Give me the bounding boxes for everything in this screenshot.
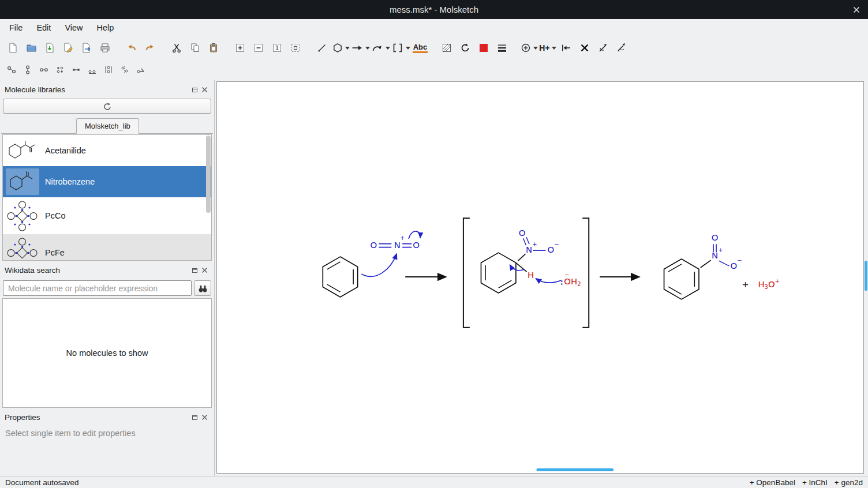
- rotate-icon: [459, 42, 471, 54]
- menu-help[interactable]: Help: [90, 21, 121, 35]
- nitronium-ion[interactable]: O N + O: [370, 235, 420, 250]
- library-item-nitrobenzene[interactable]: Nitrobenzene: [3, 166, 211, 197]
- refresh-icon: [102, 101, 113, 111]
- group-button[interactable]: [53, 62, 68, 77]
- open-file-button[interactable]: [23, 39, 40, 57]
- redo-button[interactable]: [141, 39, 159, 57]
- line-width-button[interactable]: [493, 39, 511, 57]
- library-list-scrollbar[interactable]: [206, 136, 211, 213]
- wikidata-close-button[interactable]: [200, 266, 209, 275]
- charge-plus: +: [400, 235, 405, 241]
- atom-n[interactable]: N: [394, 240, 401, 250]
- atom-o[interactable]: O: [731, 261, 738, 271]
- atom-o[interactable]: O: [413, 240, 420, 250]
- arenium-intermediate[interactable]: N + O O − H − OH2: [481, 228, 581, 293]
- properties-float-button[interactable]: [190, 413, 200, 422]
- wikidata-search-button[interactable]: [194, 280, 211, 296]
- arrow-tool-button[interactable]: [351, 39, 370, 57]
- window-close-button[interactable]: [851, 4, 862, 16]
- canvas-horizontal-scrollbar[interactable]: [537, 468, 614, 471]
- library-list[interactable]: Acetanilide Nitrobenzene: [2, 134, 212, 261]
- print-button[interactable]: [96, 39, 114, 57]
- angle-button[interactable]: [133, 62, 148, 77]
- mechanism-arrows-step2[interactable]: [510, 265, 562, 283]
- undo-button[interactable]: [123, 39, 140, 57]
- distribute-button[interactable]: [101, 62, 116, 77]
- close-icon: [201, 87, 208, 93]
- curved-arrow-tool-button[interactable]: [371, 39, 390, 57]
- menu-edit[interactable]: Edit: [29, 21, 58, 35]
- atom-o[interactable]: O: [548, 245, 555, 255]
- connection-tool-button[interactable]: [558, 39, 575, 57]
- curved-arrow-icon: [371, 42, 384, 54]
- canvas-vertical-scrollbar[interactable]: [865, 261, 867, 291]
- tab-molsketch-lib[interactable]: Molsketch_lib: [76, 118, 139, 134]
- wikidata-float-button[interactable]: [190, 266, 200, 275]
- mechanism-pen-2-button[interactable]: [613, 39, 630, 57]
- library-item-pcco[interactable]: PcCo: [3, 197, 211, 234]
- rotate-tool-button[interactable]: [457, 39, 474, 57]
- nitrobenzene-product[interactable]: N + O O −: [664, 232, 742, 299]
- ring-dropdown-caret[interactable]: [345, 47, 350, 50]
- join-atoms-button[interactable]: [69, 62, 84, 77]
- draw-bond-button[interactable]: [313, 39, 331, 57]
- atom-n[interactable]: N: [712, 250, 718, 261]
- paste-button[interactable]: [205, 39, 222, 57]
- intermediate-brackets[interactable]: [463, 218, 589, 327]
- library-item-label: PcFe: [45, 248, 65, 257]
- hydroxide-base[interactable]: − OH2: [561, 272, 581, 287]
- hydronium-label[interactable]: H3O+: [758, 278, 780, 290]
- menu-view[interactable]: View: [58, 21, 89, 35]
- charge-tool-button[interactable]: [520, 39, 538, 57]
- merge-button[interactable]: [36, 62, 51, 77]
- zoom-in-button[interactable]: [231, 39, 249, 57]
- charge-dropdown-caret[interactable]: [533, 47, 538, 50]
- hydrogen-tool-button[interactable]: H+: [539, 39, 556, 57]
- flip-horizontal-button[interactable]: [4, 62, 19, 77]
- benzene-reactant[interactable]: [323, 257, 357, 297]
- delete-tool-button[interactable]: [576, 39, 593, 57]
- libraries-close-button[interactable]: [200, 85, 209, 94]
- drawing-canvas[interactable]: O N + O: [216, 81, 864, 474]
- atom-o[interactable]: O: [370, 240, 377, 250]
- wikidata-search-input[interactable]: [3, 280, 192, 296]
- atom-h[interactable]: H: [527, 270, 534, 280]
- cut-button[interactable]: [168, 39, 185, 57]
- arrow-dropdown-caret[interactable]: [365, 47, 370, 50]
- mechanism-arrows-step1[interactable]: [361, 231, 420, 276]
- canvas-area: O N + O: [215, 80, 868, 476]
- ring-tool-button[interactable]: [332, 39, 350, 57]
- zoom-fit-button[interactable]: [287, 39, 304, 57]
- acetanilide-structure-thumbnail: [6, 137, 39, 164]
- library-item-pcfe[interactable]: PcFe: [3, 234, 211, 261]
- libraries-float-button[interactable]: [190, 85, 200, 94]
- properties-close-button[interactable]: [200, 413, 209, 422]
- copy-button[interactable]: [186, 39, 204, 57]
- zoom-original-button[interactable]: 1: [268, 39, 286, 57]
- atom-n[interactable]: N: [526, 245, 532, 255]
- align-vertical-button[interactable]: [117, 62, 132, 77]
- menu-file[interactable]: File: [2, 21, 29, 35]
- save-as-button[interactable]: [59, 39, 77, 57]
- bracket-tool-button[interactable]: [391, 39, 410, 57]
- atom-o[interactable]: O: [712, 232, 719, 243]
- flip-vertical-button[interactable]: [20, 62, 35, 77]
- color-swatch-button[interactable]: [475, 39, 492, 57]
- export-button[interactable]: [78, 39, 95, 57]
- base-label[interactable]: OH2: [564, 276, 581, 287]
- curved-arrow-dropdown-caret[interactable]: [386, 47, 390, 50]
- hatch-tool-button[interactable]: [438, 39, 455, 57]
- zoom-out-button[interactable]: [250, 39, 267, 57]
- align-horizontal-button[interactable]: [85, 62, 100, 77]
- library-item-label: Nitrobenzene: [45, 177, 95, 186]
- distribute-icon: [103, 65, 114, 75]
- refresh-libraries-button[interactable]: [3, 99, 211, 114]
- text-tool-button[interactable]: Abc: [411, 39, 429, 57]
- hydrogen-dropdown-caret[interactable]: [552, 47, 556, 50]
- atom-o[interactable]: O: [519, 228, 526, 238]
- library-item-acetanilide[interactable]: Acetanilide: [3, 135, 211, 166]
- save-button[interactable]: [41, 39, 58, 57]
- mechanism-pen-button[interactable]: [594, 39, 612, 57]
- bracket-dropdown-caret[interactable]: [406, 47, 410, 50]
- new-document-button[interactable]: [4, 39, 21, 57]
